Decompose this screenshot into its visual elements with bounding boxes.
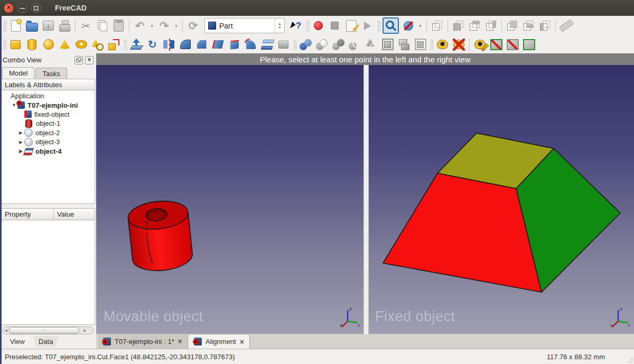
redo-icon[interactable] (157, 18, 171, 33)
part-sphere-icon[interactable] (41, 38, 55, 52)
workbench-spinner-icon[interactable]: ▴▾ (275, 18, 284, 33)
viewport-splitter[interactable] (363, 65, 369, 334)
document-tab-alignment[interactable]: Alignment× (188, 334, 250, 349)
part-revolve-icon[interactable] (145, 38, 160, 52)
part-cylinder-icon[interactable] (25, 38, 39, 52)
part-thickness-icon[interactable] (276, 38, 291, 52)
part-fillet-icon[interactable] (178, 38, 192, 52)
tab-data[interactable]: Data (33, 336, 59, 347)
part-loft-icon[interactable] (227, 38, 241, 52)
compound-filter-icon[interactable] (397, 38, 411, 52)
part-chamfer-icon[interactable] (194, 38, 209, 52)
measure-distance-icon[interactable] (559, 18, 573, 33)
scroll-left-icon[interactable]: ◂ (3, 327, 9, 334)
tree-item-fixed-object[interactable]: fixed-object (2, 110, 95, 119)
toolbar-grip[interactable] (293, 39, 296, 50)
panel-splitter[interactable] (0, 204, 96, 208)
toggle-3d-measurement-icon[interactable] (489, 38, 504, 52)
tab-view[interactable]: View (4, 336, 31, 347)
expander-icon[interactable]: ▶ (17, 130, 24, 135)
draw-style-more-icon[interactable] (417, 20, 423, 32)
part-torus-icon[interactable] (74, 38, 88, 52)
make-compound-icon[interactable] (380, 38, 395, 52)
part-section-icon[interactable] (348, 38, 362, 52)
movable-object-viewport[interactable]: Movable object Z Y X (96, 65, 363, 334)
toolbar-grip[interactable] (430, 39, 433, 50)
cut-icon[interactable] (79, 18, 93, 33)
undo-more-icon[interactable] (149, 20, 155, 32)
part-primitives-icon[interactable] (90, 38, 105, 52)
boolean-cut-icon[interactable] (331, 38, 346, 52)
view-right-icon[interactable] (484, 18, 498, 33)
toolbar-grip[interactable] (3, 20, 6, 32)
view-left-icon[interactable] (538, 18, 552, 33)
part-cone-icon[interactable] (58, 38, 72, 52)
view-top-icon[interactable] (468, 18, 482, 33)
refresh-document-icon[interactable] (186, 18, 200, 33)
close-panel-icon[interactable] (85, 56, 94, 64)
float-panel-icon[interactable] (74, 56, 83, 64)
toolbar-grip[interactable] (123, 39, 127, 50)
new-file-icon[interactable] (8, 18, 23, 33)
window-minimize-icon[interactable] (17, 3, 27, 13)
scroll-right-icon[interactable]: ▸ (82, 327, 88, 334)
workbench-selector[interactable]: Part▴▾ (204, 18, 285, 33)
toolbar-grip[interactable] (305, 20, 309, 32)
tree-item-object-1[interactable]: object-1 (2, 119, 95, 128)
part-offset-icon[interactable] (258, 38, 276, 52)
open-file-icon[interactable] (25, 18, 39, 33)
window-close-icon[interactable] (4, 3, 14, 13)
view-rear-icon[interactable] (505, 18, 519, 33)
shape-builder-icon[interactable] (107, 38, 121, 52)
save-file-icon[interactable] (41, 18, 55, 33)
horizontal-scrollbar[interactable]: ◂ ▸ (3, 326, 94, 334)
window-maximize-icon[interactable] (31, 3, 41, 13)
toggle-all-measurements-icon[interactable] (522, 38, 536, 52)
expander-icon[interactable]: ▶ (17, 139, 24, 145)
view-front-icon[interactable] (451, 18, 465, 33)
fixed-object-frustum[interactable] (368, 65, 634, 323)
copy-icon[interactable] (95, 18, 109, 33)
boolean-union-icon[interactable] (299, 38, 313, 52)
tree-item-T07-ejemplo-ini[interactable]: ▼T07-ejemplo-ini (2, 100, 95, 109)
cross-sections-icon[interactable] (364, 38, 378, 52)
toolbar-grip[interactable] (3, 39, 6, 50)
view-bottom-icon[interactable] (521, 18, 536, 33)
redo-more-icon[interactable] (173, 20, 179, 32)
boolean-common-icon[interactable] (315, 38, 329, 52)
close-tab-icon[interactable]: × (240, 338, 244, 346)
tree-item-object-4[interactable]: ▶object-4 (2, 146, 95, 155)
toggle-delta-measurement-icon[interactable] (506, 38, 520, 52)
title-bar[interactable]: FreeCAD (0, 0, 634, 16)
movable-object-cylinder[interactable] (96, 65, 363, 323)
macro-play-icon[interactable] (360, 18, 375, 33)
undo-icon[interactable] (133, 18, 147, 33)
close-tab-icon[interactable]: × (178, 337, 182, 346)
tree-item-Application[interactable]: Application (2, 91, 95, 100)
macro-stop-icon[interactable] (328, 18, 342, 33)
tab-tasks[interactable]: Tasks (35, 68, 67, 79)
scrollbar-thumb[interactable] (9, 327, 79, 334)
fit-all-icon[interactable] (383, 17, 399, 34)
draw-style-icon[interactable] (401, 18, 415, 33)
measure-annotation-icon[interactable] (473, 38, 487, 52)
tree-item-object-2[interactable]: ▶object-2 (2, 128, 95, 137)
document-tab-t07-ejemplo-ini-1-[interactable]: T07-ejemplo-ini : 1*× (97, 334, 188, 349)
whats-this-icon[interactable] (289, 18, 303, 33)
tree-item-object-3[interactable]: ▶object-3 (2, 137, 95, 146)
part-sweep-icon[interactable] (244, 38, 258, 52)
measure-linear-icon[interactable] (435, 38, 450, 52)
part-mirror-icon[interactable] (162, 38, 176, 52)
part-box-icon[interactable] (8, 38, 23, 52)
fixed-object-viewport[interactable]: Fixed object Z Y X (368, 65, 634, 334)
print-icon[interactable] (58, 18, 72, 33)
paste-icon[interactable] (111, 18, 126, 33)
macro-edit-icon[interactable] (344, 18, 358, 33)
part-extrude-icon[interactable] (129, 38, 143, 52)
macro-record-icon[interactable] (311, 18, 325, 33)
compound-extract-icon[interactable] (413, 38, 427, 52)
toolbar-grip[interactable] (377, 20, 380, 32)
ruled-surface-icon[interactable] (211, 38, 225, 52)
view-axonometric-icon[interactable] (430, 18, 444, 33)
measure-refresh-icon[interactable] (452, 38, 466, 52)
